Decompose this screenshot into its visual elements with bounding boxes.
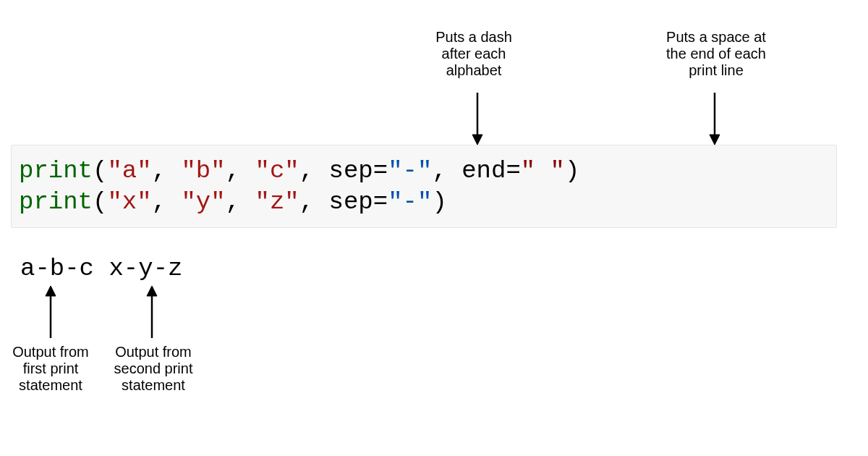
arrow-out1-up-icon	[43, 286, 58, 338]
comma: ,	[299, 188, 329, 216]
eq: =	[506, 157, 520, 185]
comma: ,	[152, 157, 182, 185]
str-y: "y"	[181, 188, 225, 216]
sep-value: "-"	[388, 157, 432, 185]
str-c: "c"	[255, 157, 299, 185]
close-paren: )	[565, 157, 579, 185]
kw-sep: sep	[329, 157, 373, 185]
str-x: "x"	[107, 188, 151, 216]
annotation-output1: Output fromfirst printstatement	[0, 344, 101, 394]
annotation-output2: Output fromsecond printstatement	[103, 344, 204, 394]
close-paren: )	[432, 188, 446, 216]
arrow-out2-up-icon	[145, 286, 159, 338]
svg-marker-3	[710, 135, 720, 145]
svg-marker-7	[147, 286, 157, 296]
arrow-end-down-icon	[707, 93, 722, 145]
output-part2: x-y-z	[109, 255, 182, 282]
end-value: " "	[521, 157, 565, 185]
kw-end: end	[461, 157, 506, 185]
str-z: "z"	[255, 188, 299, 216]
open-paren: (	[93, 157, 107, 185]
output-part1: a-b-c	[20, 255, 94, 282]
eq: =	[373, 188, 388, 216]
comma: ,	[152, 188, 182, 216]
comma: ,	[432, 157, 461, 185]
str-b: "b"	[181, 157, 225, 185]
sep-value: "-"	[388, 188, 432, 216]
svg-marker-1	[472, 135, 482, 145]
arrow-sep-down-icon	[470, 93, 485, 145]
comma: ,	[299, 157, 329, 185]
output-spacer	[94, 255, 109, 282]
svg-marker-5	[46, 286, 56, 296]
comma: ,	[226, 157, 255, 185]
code-fn: print	[19, 157, 93, 185]
kw-sep: sep	[329, 188, 373, 216]
comma: ,	[226, 188, 255, 216]
annotation-sep: Puts a dashafter eachalphabet	[412, 29, 535, 79]
eq: =	[373, 157, 388, 185]
code-block: print("a", "b", "c", sep="-", end=" ") p…	[11, 145, 837, 228]
annotation-end: Puts a space atthe end of eachprint line	[644, 29, 788, 79]
output-line: a-b-c x-y-z	[20, 253, 182, 284]
str-a: "a"	[107, 157, 151, 185]
open-paren: (	[93, 188, 107, 216]
code-fn: print	[19, 188, 93, 216]
